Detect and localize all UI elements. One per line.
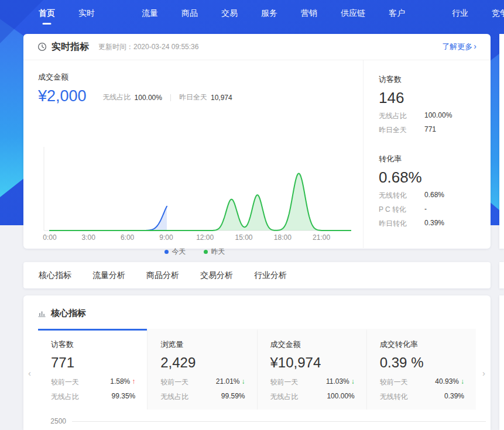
metric-card-label: 成交金额: [270, 339, 355, 350]
metric-card-label: 成交转化率: [380, 339, 464, 350]
legend-label: 今天: [172, 247, 186, 257]
metric-row-key: 较前一天: [270, 377, 299, 387]
kv-key: P C 转化: [379, 205, 416, 215]
amount-label: 成交金额: [38, 72, 232, 82]
metric-card-value: 2,429: [160, 355, 245, 370]
metric-row-value: 11.03%↓: [326, 377, 355, 387]
metric-card-row: 较前一天40.93%↓: [380, 377, 464, 387]
metric-card-label: 浏览量: [160, 339, 245, 350]
core-title: 核心指标: [51, 308, 86, 319]
metric-card-成交金额[interactable]: 成交金额¥10,974较前一天11.03%↓无线占比100.00%: [257, 329, 366, 410]
kv-row: 无线转化0.68%: [379, 191, 491, 201]
legend-label: 昨天: [211, 247, 225, 257]
hourly-trend-chart: 0:003:006:009:0012:0015:0018:0021:00 今天昨…: [38, 146, 351, 257]
amount-stats: 无线占比100.00%昨日全天10,974: [103, 92, 232, 104]
realtime-side-stats: 访客数 146 无线占比100.00%昨日全天771 转化率 0.68% 无线转…: [363, 60, 491, 248]
trend-chart-svg: 0:003:006:009:0012:0015:0018:0021:00: [38, 146, 351, 242]
right-column-tab-sliver: [499, 262, 504, 288]
metric-card-浏览量[interactable]: 浏览量2,429较前一天21.01%↓无线占比99.59%: [147, 329, 256, 410]
svg-text:6:00: 6:00: [121, 233, 135, 242]
amount-block: 成交金额 ¥2,000 无线占比100.00%昨日全天10,974: [38, 72, 232, 104]
kv-row: P C 转化-: [379, 205, 491, 215]
svg-text:21:00: 21:00: [313, 233, 330, 242]
stat-value: 100.00%: [135, 94, 162, 102]
kv-value: 100.00%: [424, 111, 452, 121]
realtime-chart-section: 成交金额 ¥2,000 无线占比100.00%昨日全天10,974 0:003:…: [23, 60, 363, 248]
metric-row-key: 无线占比: [51, 392, 79, 402]
kv-value: 771: [424, 125, 436, 135]
svg-text:3:00: 3:00: [82, 233, 96, 242]
metric-row-key: 较前一天: [160, 377, 188, 387]
legend-item-今天[interactable]: 今天: [164, 247, 186, 257]
tab-商品分析[interactable]: 商品分析: [146, 270, 179, 281]
tab-流量分析[interactable]: 流量分析: [92, 270, 125, 281]
nav-item-服务[interactable]: 服务: [261, 8, 277, 19]
svg-text:18:00: 18:00: [274, 233, 292, 242]
tab-交易分析[interactable]: 交易分析: [200, 270, 233, 281]
metric-row-value: 40.93%↓: [435, 377, 464, 387]
amount-value: ¥2,000: [38, 88, 87, 104]
chevron-right-icon: ›: [474, 42, 476, 51]
nav-item-竞争[interactable]: 竞争: [492, 8, 504, 19]
metric-card-访客数[interactable]: 访客数771较前一天1.58%↑无线占比99.35%: [38, 329, 147, 410]
bar-chart-icon: [37, 309, 46, 318]
nav-item-供应链[interactable]: 供应链: [341, 8, 365, 19]
legend-dot-icon: [204, 250, 208, 254]
nav-item-行业[interactable]: 行业: [452, 8, 468, 19]
kv-key: 昨日转化: [379, 219, 416, 229]
nav-item-客户[interactable]: 客户: [389, 8, 405, 19]
metric-card-value: 771: [51, 355, 135, 370]
right-column-core-sliver: [499, 295, 504, 430]
carousel-prev-icon[interactable]: ‹: [28, 368, 31, 378]
metric-card-成交转化率[interactable]: 成交转化率0.39 %较前一天40.93%↓无线转化0.39%: [366, 329, 476, 410]
legend-item-昨天[interactable]: 昨天: [204, 247, 225, 257]
metric-row-key: 无线占比: [160, 392, 188, 402]
carousel-next-icon[interactable]: ›: [482, 368, 485, 378]
learn-more-link[interactable]: 了解更多›: [442, 42, 476, 52]
conversion-block: 转化率 0.68% 无线转化0.68%P C 转化-昨日转化0.39%: [379, 154, 491, 229]
legend-dot-icon: [164, 250, 169, 254]
tab-行业分析[interactable]: 行业分析: [254, 270, 287, 281]
visitors-block: 访客数 146 无线占比100.00%昨日全天771: [379, 74, 491, 135]
metric-card-value: 0.39 %: [380, 355, 464, 370]
metric-row-value: 99.35%: [112, 392, 136, 402]
kv-row: 无线占比100.00%: [379, 111, 491, 121]
nav-item-交易[interactable]: 交易: [221, 8, 238, 19]
realtime-title: 实时指标: [52, 41, 89, 53]
stat-value: 10,974: [211, 94, 232, 102]
kv-value: 0.68%: [424, 191, 444, 201]
svg-text:15:00: 15:00: [235, 233, 252, 242]
core-chart-partial: 2500: [38, 417, 486, 425]
metric-card-row: 无线占比99.59%: [160, 392, 245, 402]
nav-item-商品[interactable]: 商品: [181, 8, 198, 19]
metric-row-value: 0.39%: [444, 392, 464, 402]
svg-text:9:00: 9:00: [159, 233, 173, 242]
kv-key: 无线占比: [379, 111, 416, 121]
metric-row-key: 无线占比: [270, 392, 299, 402]
clock-icon: [37, 42, 47, 51]
svg-text:12:00: 12:00: [196, 233, 214, 242]
core-chart-ytick: 2500: [38, 417, 66, 425]
metric-card-row: 较前一天1.58%↑: [51, 377, 135, 387]
stat-key: 无线占比: [103, 92, 131, 102]
stat-divider: [170, 94, 171, 101]
metric-row-value: 100.00%: [327, 392, 354, 402]
analysis-tabbar: 核心指标流量分析商品分析交易分析行业分析: [23, 262, 491, 288]
visitors-label: 访客数: [379, 74, 491, 85]
nav-item-首页[interactable]: 首页: [39, 8, 55, 19]
nav-item-营销[interactable]: 营销: [301, 8, 317, 19]
metric-card-row: 无线占比99.35%: [51, 392, 135, 402]
metric-card-row: 较前一天21.01%↓: [160, 377, 245, 387]
nav-item-实时[interactable]: 实时: [78, 8, 95, 19]
nav-item-流量[interactable]: 流量: [142, 8, 158, 19]
kv-value: -: [424, 205, 427, 215]
metric-row-key: 较前一天: [51, 377, 79, 387]
arrow-down-icon: ↓: [461, 377, 464, 386]
kv-value: 0.39%: [424, 219, 444, 229]
tab-核心指标[interactable]: 核心指标: [39, 270, 71, 281]
metric-row-value: 21.01%↓: [216, 377, 245, 387]
realtime-panel: 实时指标 更新时间：2020-03-24 09:55:36 了解更多› 成交金额…: [23, 34, 491, 249]
arrow-down-icon: ↓: [351, 377, 355, 386]
top-nav: 首页实时流量商品交易服务营销供应链客户行业竞争: [0, 0, 504, 26]
metric-row-value: 1.58%↑: [110, 377, 135, 387]
